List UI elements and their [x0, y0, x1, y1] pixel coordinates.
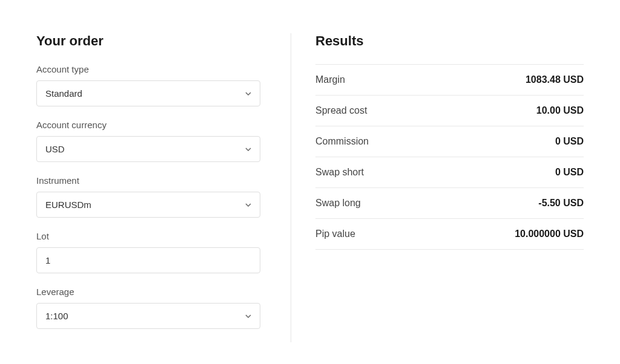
leverage-label: Leverage	[36, 287, 260, 297]
result-value: 10.00 USD	[536, 105, 584, 116]
result-row-margin: Margin 1083.48 USD	[315, 65, 584, 96]
leverage-select[interactable]: 1:100	[36, 303, 260, 329]
result-value: -5.50 USD	[538, 198, 584, 209]
result-label: Spread cost	[315, 105, 367, 116]
result-label: Margin	[315, 74, 345, 85]
instrument-label: Instrument	[36, 175, 260, 186]
instrument-select[interactable]: EURUSDm	[36, 192, 260, 218]
account-currency-select[interactable]: USD	[36, 136, 260, 162]
result-value: 0 USD	[555, 167, 584, 178]
result-row-swap-short: Swap short 0 USD	[315, 157, 584, 188]
result-label: Swap short	[315, 167, 364, 178]
result-row-commission: Commission 0 USD	[315, 126, 584, 157]
results-title: Results	[315, 33, 584, 49]
result-label: Pip value	[315, 229, 355, 239]
instrument-field: Instrument EURUSDm	[36, 175, 260, 218]
order-title: Your order	[36, 33, 260, 49]
account-type-label: Account type	[36, 64, 260, 74]
result-row-pip-value: Pip value 10.000000 USD	[315, 219, 584, 250]
lot-input[interactable]: 1	[36, 247, 260, 273]
account-currency-field: Account currency USD	[36, 120, 260, 162]
result-value: 1083.48 USD	[526, 74, 584, 85]
result-value: 10.000000 USD	[515, 229, 584, 239]
result-label: Commission	[315, 136, 369, 147]
lot-field: Lot 1	[36, 231, 260, 273]
result-value: 0 USD	[555, 136, 584, 147]
result-label: Swap long	[315, 198, 361, 209]
result-row-spread-cost: Spread cost 10.00 USD	[315, 96, 584, 126]
result-row-swap-long: Swap long -5.50 USD	[315, 188, 584, 219]
leverage-field: Leverage 1:100	[36, 287, 260, 329]
account-type-field: Account type Standard	[36, 64, 260, 106]
order-form: Your order Account type Standard Account…	[36, 33, 291, 342]
account-type-select[interactable]: Standard	[36, 80, 260, 106]
results-panel: Results Margin 1083.48 USD Spread cost 1…	[291, 33, 584, 342]
account-currency-label: Account currency	[36, 120, 260, 130]
lot-label: Lot	[36, 231, 260, 241]
